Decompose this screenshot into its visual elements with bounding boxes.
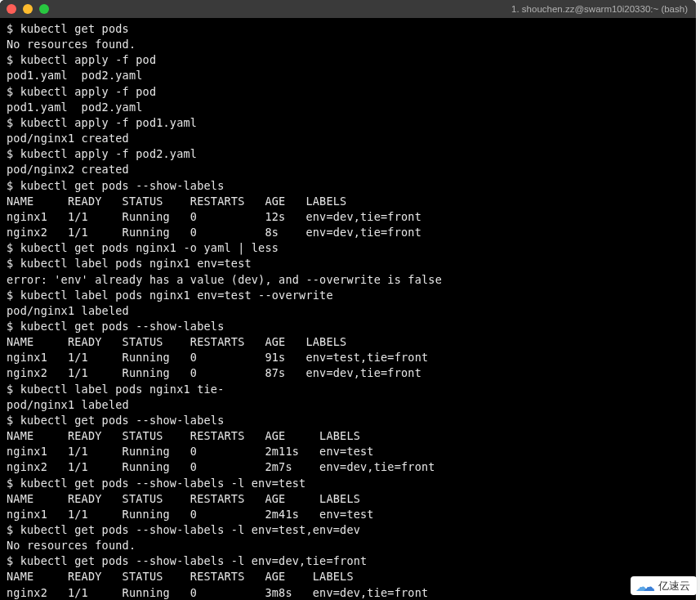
watermark: ☁☁ 亿速云 <box>631 576 697 595</box>
watermark-text: 亿速云 <box>658 579 690 593</box>
maximize-icon[interactable] <box>39 4 49 14</box>
window-title: 1. shouchen.zz@swarm10i20330:~ (bash) <box>511 4 688 14</box>
terminal-content[interactable]: $ kubectl get pods No resources found. $… <box>0 18 696 600</box>
traffic-lights <box>7 4 49 14</box>
terminal-window: 1. shouchen.zz@swarm10i20330:~ (bash) $ … <box>0 0 696 600</box>
minimize-icon[interactable] <box>23 4 33 14</box>
cloud-icon: ☁☁ <box>635 580 655 593</box>
close-icon[interactable] <box>7 4 16 14</box>
titlebar[interactable]: 1. shouchen.zz@swarm10i20330:~ (bash) <box>0 0 696 18</box>
